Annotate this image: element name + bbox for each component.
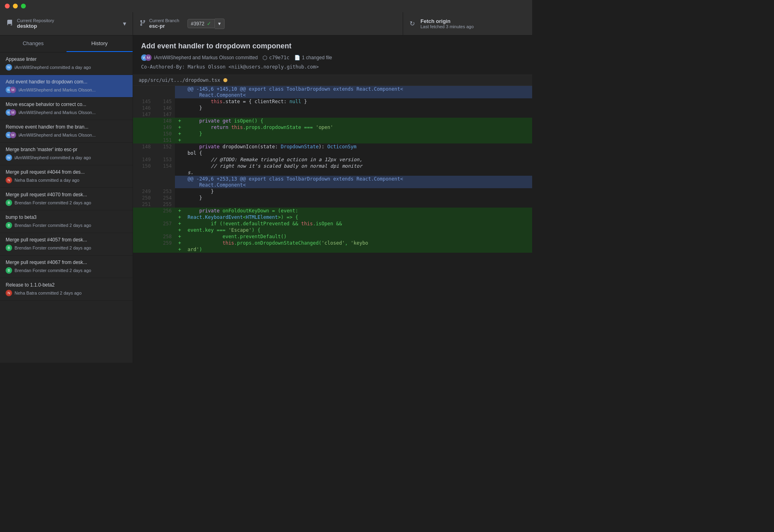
- commit-avatars: B: [6, 267, 12, 274]
- branch-dropdown-button[interactable]: ▾: [215, 19, 225, 29]
- tab-history[interactable]: History: [67, 35, 133, 52]
- avatar: N: [6, 290, 12, 296]
- diff-line: 145 145 this.state = { clientRect: null …: [133, 98, 532, 105]
- commit-list-item[interactable]: Release to 1.1.0-beta2NNeha Batra commit…: [0, 278, 133, 301]
- commit-avatars: WM: [6, 87, 16, 93]
- diff-added-line: 148 + private get isOpen() {: [133, 118, 532, 124]
- diff-line: 149 153 // @TODO: Remake triangle octico…: [133, 156, 532, 163]
- sidebar-tabs: Changes History: [0, 35, 133, 52]
- repo-info: Current Repository desktop: [17, 18, 54, 29]
- diff-modified-dot: [223, 78, 227, 82]
- repo-name: desktop: [17, 23, 54, 29]
- commit-item-meta: WMiAmWillShepherd and Markus Olsson...: [6, 87, 127, 93]
- fetch-sublabel: Last fetched 3 minutes ago: [420, 24, 474, 29]
- fetch-label: Fetch origin: [420, 18, 474, 24]
- avatar: B: [6, 200, 12, 206]
- commit-authors: W M iAmWillShepherd and Markus Olsson co…: [141, 54, 258, 61]
- hunk-header-1b: React.Component<: [133, 92, 532, 98]
- commit-item-meta: WMiAmWillShepherd and Markus Olsson...: [6, 109, 127, 116]
- hash-value: c79e71c: [269, 55, 289, 60]
- commit-list-item[interactable]: Merge pull request #4057 from desk...BBr…: [0, 233, 133, 256]
- commit-author-text: Neha Batra committed 2 days ago: [15, 291, 81, 295]
- repo-icon: [6, 20, 13, 28]
- branch-badge-group[interactable]: #3972 ✓ ▾: [187, 19, 225, 29]
- commit-avatars: B: [6, 245, 12, 251]
- diff-line-wrap: bol {: [133, 150, 532, 156]
- commit-author-text: Neha Batra committed a day ago: [15, 178, 79, 183]
- fetch-info: Fetch origin Last fetched 3 minutes ago: [420, 18, 474, 29]
- diff-line: 251 255: [133, 201, 532, 208]
- changed-files-count: 1 changed file: [302, 55, 332, 60]
- commit-item-title: Remove event handler from the bran...: [6, 124, 127, 130]
- commit-list-item[interactable]: Merge pull request #4044 from des...NNeh…: [0, 165, 133, 188]
- commit-list-item[interactable]: Remove event handler from the bran...WMi…: [0, 120, 133, 143]
- diff-added-line: 151 +: [133, 137, 532, 143]
- commit-list-item[interactable]: Merge pull request #4067 from desk...BBr…: [0, 256, 133, 278]
- diff-added-line: 256 + private onFoldoutKeyDown = (event:: [133, 208, 532, 214]
- avatar: M: [10, 132, 16, 138]
- commit-list-item[interactable]: Merge branch 'master' into esc-prWiAmWil…: [0, 143, 133, 165]
- current-repo-section[interactable]: Current Repository desktop ▾: [0, 12, 133, 35]
- commit-header: Add event handler to dropdown component …: [133, 35, 532, 75]
- commit-item-meta: BBrendan Forster committed 2 days ago: [6, 200, 127, 206]
- commit-author-text: Brendan Forster committed 2 days ago: [15, 268, 91, 273]
- content-area: Add event handler to dropdown component …: [133, 35, 532, 363]
- diff-table-2: @@ -249,6 +253,13 @@ export class Toolba…: [133, 176, 532, 253]
- diff-added-line-wrap: + ard'): [133, 246, 532, 253]
- branch-label: Current Branch: [149, 18, 179, 23]
- diff-added-line-wrap: + event.key === 'Escape') {: [133, 227, 532, 233]
- hunk-header-2: @@ -249,6 +253,13 @@ export class Toolba…: [133, 176, 532, 182]
- commit-list-item[interactable]: Move escape behavior to correct co...WMi…: [0, 98, 133, 120]
- commit-list-item[interactable]: Appease linterWiAmWillShepherd committed…: [0, 52, 133, 75]
- pr-check-icon: ✓: [207, 21, 211, 27]
- diff-added-line: 149 + return this.props.dropdownState ==…: [133, 124, 532, 131]
- diff-line: 250 254 }: [133, 195, 532, 201]
- diff-container[interactable]: app/src/ui/t.../dropdown.tsx: [133, 75, 532, 363]
- diff-file-path: app/src/ui/t.../dropdown.tsx: [139, 77, 220, 83]
- commit-item-title: Move escape behavior to correct co...: [6, 102, 127, 107]
- commit-item-meta: BBrendan Forster committed 2 days ago: [6, 222, 127, 229]
- commit-message: Co-Authored-By: Markus Olsson <niik@user…: [141, 64, 524, 70]
- maximize-button[interactable]: [21, 4, 26, 8]
- avatar: W: [6, 154, 12, 161]
- branch-info: Current Branch esc-pr: [149, 18, 179, 29]
- commit-author-text: iAmWillShepherd committed a day ago: [15, 155, 91, 160]
- commit-avatars: N: [6, 177, 12, 183]
- commit-item-title: Merge pull request #4044 from des...: [6, 169, 127, 175]
- close-button[interactable]: [5, 4, 10, 8]
- pr-number: #3972: [191, 21, 204, 27]
- minimize-button[interactable]: [13, 4, 18, 8]
- branch-pr-badge[interactable]: #3972 ✓: [187, 19, 215, 28]
- branch-name: esc-pr: [149, 23, 179, 29]
- commit-item-title: Merge branch 'master' into esc-pr: [6, 147, 127, 152]
- avatar: B: [6, 245, 12, 251]
- avatar: M: [10, 109, 16, 116]
- commit-item-title: Merge pull request #4057 from desk...: [6, 237, 127, 243]
- tab-changes[interactable]: Changes: [0, 35, 67, 52]
- commit-avatars: B: [6, 200, 12, 206]
- commit-list-item[interactable]: bump to beta3BBrendan Forster committed …: [0, 210, 133, 233]
- main-layout: Changes History Appease linterWiAmWillSh…: [0, 35, 532, 363]
- avatar: B: [6, 267, 12, 274]
- commit-item-title: bump to beta3: [6, 214, 127, 220]
- diff-file-header[interactable]: app/src/ui/t.../dropdown.tsx: [133, 75, 532, 86]
- hunk-header-1: @@ -145,6 +145,10 @@ export class Toolba…: [133, 86, 532, 92]
- commit-list-item[interactable]: Add event handler to dropdown com...WMiA…: [0, 75, 133, 98]
- current-branch-section[interactable]: Current Branch esc-pr #3972 ✓ ▾: [133, 12, 403, 35]
- commit-title: Add event handler to dropdown component: [141, 42, 524, 50]
- diff-added-line: 258 + event.preventDefault(): [133, 233, 532, 240]
- fetch-origin-section[interactable]: ↻ Fetch origin Last fetched 3 minutes ag…: [403, 12, 532, 35]
- commit-avatars: W: [6, 64, 12, 71]
- fetch-icon: ↻: [410, 20, 415, 27]
- commit-list-item[interactable]: Merge pull request #4070 from desk...BBr…: [0, 188, 133, 210]
- commit-item-meta: BBrendan Forster committed 2 days ago: [6, 267, 127, 274]
- commit-author-text: iAmWillShepherd and Markus Olsson...: [19, 87, 96, 92]
- toolbar: Current Repository desktop ▾ Current Bra…: [0, 12, 532, 35]
- commit-item-meta: NNeha Batra committed 2 days ago: [6, 290, 127, 296]
- commit-avatars: N: [6, 290, 12, 296]
- repo-chevron-icon: ▾: [123, 20, 126, 27]
- diff-line: 150 154 // right now it's scaled badly o…: [133, 163, 532, 169]
- diff-added-line: 257 + if (!event.defaultPrevented && thi…: [133, 220, 532, 227]
- commit-item-title: Appease linter: [6, 56, 127, 62]
- commit-meta: W M iAmWillShepherd and Markus Olsson co…: [141, 54, 524, 61]
